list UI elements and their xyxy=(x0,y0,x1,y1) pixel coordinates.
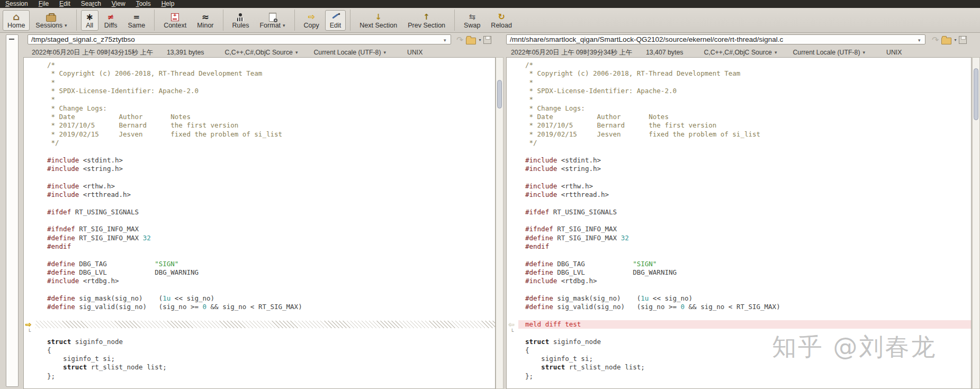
jump-to-file-icon[interactable]: ↷ xyxy=(456,35,463,45)
code-line: #define DBG_LVL DBG_WARNING xyxy=(507,268,971,277)
chevron-down-icon[interactable]: ▾ xyxy=(863,50,866,55)
swap-button[interactable]: ⇆Swap xyxy=(459,10,485,31)
chevron-down-icon[interactable]: ▾ xyxy=(918,38,921,43)
menu-item-session[interactable]: Session xyxy=(0,0,33,8)
diff-gap-line: ⇨ xyxy=(24,320,495,329)
left-path-input[interactable] xyxy=(28,34,451,44)
file-encoding-select[interactable]: Current Locale (UTF-8) xyxy=(313,49,381,56)
chevron-down-icon[interactable]: ▾ xyxy=(283,23,285,28)
code-line xyxy=(507,312,971,320)
save-icon[interactable] xyxy=(959,36,967,44)
code-line xyxy=(507,199,971,207)
line-ending: UNIX xyxy=(886,49,902,56)
menu-item-view[interactable]: View xyxy=(106,0,131,8)
toolbar-button-label: Format xyxy=(259,22,281,29)
code-line: #define RT_SIG_INFO_MAX 32 xyxy=(507,234,971,242)
file-date: 2022年05月20日 上午 09时39分34秒 上午 xyxy=(511,48,632,57)
chevron-down-icon[interactable]: ▾ xyxy=(444,38,446,43)
chevron-down-icon[interactable]: ▾ xyxy=(479,38,481,42)
copy-to-right-arrow-icon[interactable]: ⇨ xyxy=(25,320,32,329)
jump-to-file-icon[interactable]: ↷ xyxy=(932,35,939,45)
save-icon[interactable] xyxy=(483,36,491,44)
diffs-button[interactable]: ≠Diffs xyxy=(100,10,122,31)
rules-button[interactable]: Rules xyxy=(228,10,254,31)
menubar: SessionFileEditSearchViewToolsHelp xyxy=(0,0,980,8)
right-file-info-bar: 2022年05月20日 上午 09时39分34秒 上午 13,407 bytes… xyxy=(511,48,902,57)
overview-strip[interactable] xyxy=(6,34,19,387)
copy-to-left-arrow-icon[interactable]: ⇦ xyxy=(508,320,515,329)
toolbar-group: ∗All≠Diffs=Same xyxy=(80,10,151,31)
scrollbar-thumb[interactable] xyxy=(974,68,978,120)
folder-icon[interactable] xyxy=(941,38,951,44)
code-line: #include <rtdbg.h> xyxy=(24,277,495,285)
code-line: struct rt_slist_node list; xyxy=(507,363,971,372)
toolbar-group: ⇆Swap↻Reload xyxy=(458,10,517,31)
menu-item-edit[interactable]: Edit xyxy=(54,0,76,8)
chevron-down-icon[interactable]: ▾ xyxy=(65,23,67,28)
not-equal-icon: ≠ xyxy=(107,12,114,22)
right-path-input[interactable] xyxy=(506,34,925,44)
code-line: struct siginfo_node xyxy=(24,338,495,346)
code-line: #include <string.h> xyxy=(507,165,971,173)
all-button[interactable]: ∗All xyxy=(81,10,98,31)
same-button[interactable]: =Same xyxy=(123,10,150,31)
code-line xyxy=(24,147,495,156)
menu-item-file[interactable]: File xyxy=(33,0,54,8)
left-path-buttons: ↷ ▾ xyxy=(456,35,491,45)
file-format-select[interactable]: C,C++,C#,ObjC Source xyxy=(224,49,293,56)
chevron-down-icon[interactable]: ▾ xyxy=(775,50,777,55)
next-section-button[interactable]: ↓Next Section xyxy=(355,10,402,31)
code-line xyxy=(24,216,495,225)
code-line: * SPDX-License-Identifier: Apache-2.0 xyxy=(507,87,971,95)
code-line: siginfo_t si; xyxy=(24,355,495,363)
right-vertical-scrollbar[interactable] xyxy=(972,57,980,389)
toolbar-button-label: Home xyxy=(7,22,25,29)
menu-item-tools[interactable]: Tools xyxy=(131,0,156,8)
code-line: * 2017/10/5 Bernard the first version xyxy=(507,121,971,130)
line-ending: UNIX xyxy=(407,49,422,56)
sessions-button[interactable]: Sessions▾ xyxy=(31,10,71,31)
format-button[interactable]: Format▾ xyxy=(255,10,290,31)
menu-item-search[interactable]: Search xyxy=(76,0,106,8)
watermark: 知乎 @刘春龙 xyxy=(772,331,937,364)
minor-button[interactable]: ≈Minor xyxy=(192,10,218,31)
chevron-down-icon[interactable]: ▾ xyxy=(295,50,298,55)
left-vertical-scrollbar[interactable] xyxy=(496,57,504,389)
arrow-down-icon: ↓ xyxy=(375,12,382,22)
toolbar-button-label: Edit xyxy=(330,22,341,29)
beyond-compare-window: SessionFileEditSearchViewToolsHelp ⌂Home… xyxy=(0,0,980,389)
code-line xyxy=(507,216,971,225)
code-line: * Date Author Notes xyxy=(24,113,495,121)
code-line: */ xyxy=(24,139,495,147)
copy-button[interactable]: ⇨Copy xyxy=(299,10,324,31)
toolbar-button-label: Reload xyxy=(491,22,512,29)
home-button[interactable]: ⌂Home xyxy=(3,10,30,31)
code-line: struct rt_slist_node list; xyxy=(24,363,495,372)
right-path-buttons: ↷ ▾ xyxy=(932,35,967,45)
reload-button[interactable]: ↻Reload xyxy=(486,10,517,31)
folder-icon[interactable] xyxy=(466,38,476,44)
scrollbar-thumb[interactable] xyxy=(497,80,502,108)
prev-section-button[interactable]: ↑Prev Section xyxy=(403,10,450,31)
code-line: */ xyxy=(507,139,971,147)
edit-button[interactable]: Edit xyxy=(325,10,346,31)
left-editor-pane[interactable]: /* * Copyright (c) 2006-2018, RT-Thread … xyxy=(23,57,496,389)
file-format-select[interactable]: C,C++,C#,ObjC Source xyxy=(704,49,772,56)
code-line: * xyxy=(507,78,971,87)
context-button[interactable]: Context xyxy=(159,10,191,31)
toolbar-separator xyxy=(294,10,295,31)
menu-item-help[interactable]: Help xyxy=(156,0,180,8)
code-line: * Date Author Notes xyxy=(507,113,971,121)
code-line: #include <rtthread.h> xyxy=(24,191,495,199)
code-line: * xyxy=(24,95,495,104)
code-line: #include <rthw.h> xyxy=(24,182,495,191)
chevron-down-icon[interactable]: ▾ xyxy=(384,50,386,55)
file-encoding-select[interactable]: Current Locale (UTF-8) xyxy=(793,49,860,56)
approx-icon: ≈ xyxy=(202,12,209,22)
code-line xyxy=(24,381,495,389)
code-line xyxy=(24,251,495,259)
chevron-down-icon[interactable]: ▾ xyxy=(954,38,956,42)
toolbar-button-label: Copy xyxy=(304,22,319,29)
section-bracket-icon: └ xyxy=(510,329,514,334)
path-bar: ▾ ↷ ▾ ▾ ↷ ▾ xyxy=(0,33,980,48)
